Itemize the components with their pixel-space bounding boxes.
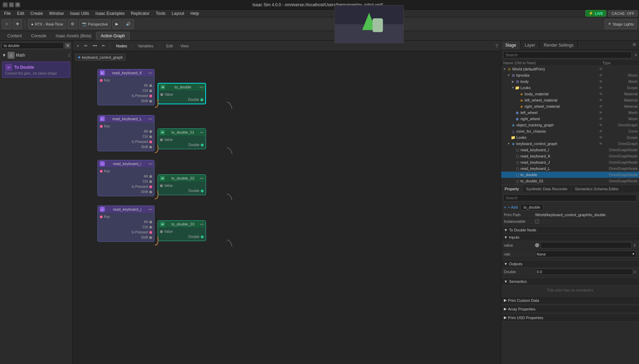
graph-area[interactable]: ◈ keyboard_control_graph K read_keyboard… [73, 51, 501, 364]
node-read-keyboard-j[interactable]: j read_keyboard_j ••• Key Alt Ctrl [97, 205, 154, 242]
ag-view-label[interactable]: View [178, 43, 191, 49]
instanceable-checkbox[interactable] [535, 219, 539, 223]
rp-tab-layer[interactable]: Layer [520, 41, 539, 50]
prop-tab-property[interactable]: Property [501, 185, 523, 193]
node-to-double-01[interactable]: ⇌ to_double_01 ••• Value Double [158, 128, 206, 149]
ag-help-icon[interactable]: ? [495, 43, 498, 49]
tree-row-looks2[interactable]: ▶ 📁 Looks 👁 Scope [501, 134, 639, 141]
search-clear-button[interactable]: ✕ [65, 42, 71, 49]
tree-row-fqnvidia[interactable]: ▼ ⊞ fqnvidia 👁 Xform [501, 72, 639, 78]
rtx-button[interactable]: ● RTX - Real-Time [28, 19, 66, 29]
minimize-button[interactable]: ─ [3, 2, 8, 7]
node-to-double-03[interactable]: ⇌ to_double_03 ••• Value Double [158, 220, 206, 241]
td02-menu[interactable]: ••• [200, 176, 204, 180]
rp-tab-render[interactable]: Render Settings [539, 41, 578, 50]
ag-dots-button[interactable]: ••• [91, 43, 98, 49]
role-dropdown[interactable]: None ▾ [535, 251, 636, 257]
prop-tab-synthetic[interactable]: Synthetic Data Recorder [523, 185, 572, 193]
prop-section-prim-usd[interactable]: ▶ Prim USD Properties [501, 314, 639, 322]
tree-row-left-wheel[interactable]: ▶ ◉ left_wheel 👁 Mesh [501, 109, 639, 116]
tree-row-rkj[interactable]: ▶ ◻ read_keyboard_J OmniGraphNode [501, 159, 639, 165]
double-value[interactable]: 0.0 [535, 269, 633, 275]
node-to-double-02[interactable]: ⇌ to_double_02 ••• Value Double [158, 174, 206, 195]
menu-window[interactable]: Window [46, 10, 67, 17]
ag-tab-nodes[interactable]: Nodes [113, 43, 130, 49]
value-input[interactable] [541, 242, 632, 248]
move-tool[interactable]: ✥ [13, 19, 22, 29]
tree-row-rwheel-mat[interactable]: ▶ ◈ right_wheel_material 👁 Material [501, 103, 639, 109]
node-search-input[interactable] [1, 42, 64, 49]
select-tool[interactable]: ⊹ [2, 19, 11, 29]
math-section-header[interactable]: ▼ ± Math 1 [0, 50, 72, 60]
tree-row-rkk[interactable]: ▶ ◻ read_keyboard_K OmniGraphNode [501, 153, 639, 159]
node-read-keyboard-k[interactable]: K read_keyboard_K ••• Key Alt Ctrl [97, 69, 154, 105]
tree-row-body[interactable]: ▶ ⊞ body 👁 Mesh [501, 78, 639, 85]
tree-row-looks1[interactable]: ▼ 📁 Looks 👁 Scope [501, 85, 639, 91]
tree-row-to-double[interactable]: ▶ ◻ to_double OmniGraphNode [501, 172, 639, 178]
camera-button[interactable]: 📷 Perspective [79, 19, 111, 29]
ag-dots2-button[interactable]: •• [101, 43, 106, 49]
to-double-item[interactable]: ⇌ To Double Convert the give...he same s… [2, 61, 70, 78]
tree-row-kcg[interactable]: ▼ ◈ keyboard_control_graph 👁 OmniGraph [501, 141, 639, 147]
tab-content[interactable]: Content [3, 32, 26, 40]
close-button[interactable]: ✕ [15, 2, 20, 7]
node-to-double[interactable]: ⇌ to_double ••• Value Double [158, 83, 206, 104]
rp-tab-stage[interactable]: Stage [501, 41, 520, 50]
tree-row-to-double-02[interactable]: ▶ ◻ to_double_02 OmniGraphNode [501, 184, 639, 184]
audio-button[interactable]: 🔊 [123, 19, 134, 29]
prop-section-prim-custom[interactable]: ▶ Prim Custom Data [501, 296, 639, 304]
prop-add-row[interactable]: + + Add to_double [501, 203, 639, 212]
stage-filter-icon[interactable]: ⚙ [630, 41, 639, 50]
rtx-settings-button[interactable]: ⚙ [68, 19, 77, 29]
prop-section-inputs[interactable]: ▼ Inputs [501, 234, 639, 241]
stage-tree[interactable]: ▼ ⊕ World (defaultPrim) 👁 ▼ ⊞ fqnvidia 👁… [501, 66, 639, 184]
double-expand-icon[interactable]: ⇕ [633, 270, 636, 274]
ag-pencil-button[interactable]: ✏ [83, 42, 89, 49]
stage-lights-button[interactable]: ☀ Stage Lights [605, 19, 637, 29]
ag-tab-variables[interactable]: Variables [135, 43, 156, 49]
stage-search-input[interactable] [503, 51, 632, 58]
ri-port-shift: Shift [98, 189, 154, 194]
prop-tab-semantics[interactable]: Semantics Schema Editor [571, 185, 622, 193]
rk-menu[interactable]: ••• [148, 71, 152, 75]
tree-row-right-wheel[interactable]: ▶ ◉ right_wheel 👁 Mesh [501, 116, 639, 122]
tree-row-world[interactable]: ▼ ⊕ World (defaultPrim) 👁 [501, 66, 639, 72]
menu-isaac-utils[interactable]: Isaac Utils [67, 10, 92, 17]
stage-filter-button[interactable]: ≡ [635, 52, 637, 57]
ri-menu[interactable]: ••• [148, 162, 152, 166]
maximize-button[interactable]: □ [9, 2, 14, 7]
tree-row-rki[interactable]: ▶ ◻ read_keyboard_I OmniGraphNode [501, 147, 639, 153]
value-expand-icon[interactable]: ⇕ [633, 243, 636, 248]
node-read-keyboard-i[interactable]: i read_keyboard_i ••• Key Alt Ctrl [97, 160, 154, 196]
prop-section-todouble[interactable]: ▼ To Double Node [501, 226, 639, 234]
prop-section-array-props[interactable]: ▶ Array Properties [501, 305, 639, 313]
tree-row-otg[interactable]: ▶ ◈ object_tracking_graph 👁 OmniGraph [501, 122, 639, 128]
perspective-arrow[interactable]: ▶ [112, 19, 121, 29]
menu-isaac-examples[interactable]: Isaac Examples [93, 10, 128, 17]
world-icon: ⊕ [507, 67, 511, 71]
rj-menu[interactable]: ••• [148, 208, 152, 211]
menu-create[interactable]: Create [28, 10, 46, 17]
body-type: Mesh [604, 79, 639, 84]
tree-row-rkl[interactable]: ▶ ◻ read_keyboard_L OmniGraphNode [501, 165, 639, 172]
td-menu[interactable]: ••• [199, 85, 203, 89]
menu-file[interactable]: File [1, 10, 13, 17]
tab-action-graph[interactable]: Action Graph [96, 32, 129, 40]
body-arrow: ▶ [511, 80, 515, 83]
tree-row-to-double-01[interactable]: ▶ ◻ to_double_01 OmniGraphNode [501, 178, 639, 184]
ag-edit-label[interactable]: Edit [163, 43, 176, 49]
tab-isaac-assets[interactable]: Isaac Assets (Beta) [51, 32, 96, 40]
prop-search-input[interactable] [503, 194, 637, 201]
rl-menu[interactable]: ••• [148, 117, 152, 121]
tree-row-body-mat[interactable]: ▶ ◈ body_material 👁 Material [501, 91, 639, 97]
node-read-keyboard-l[interactable]: L read_keyboard_L ••• Key Alt Ctrl [97, 115, 154, 151]
tab-console[interactable]: Console [27, 32, 51, 40]
menu-edit[interactable]: Edit [14, 10, 27, 17]
prop-section-semantics[interactable]: ▼ Semantics [501, 278, 639, 285]
ag-add-button[interactable]: + [75, 43, 81, 49]
prop-section-outputs[interactable]: ▼ Outputs [501, 260, 639, 268]
td03-menu[interactable]: ••• [200, 222, 204, 226]
td01-menu[interactable]: ••• [200, 131, 204, 134]
tree-row-cone[interactable]: ▶ △ cone_for_chassis 👁 Cone [501, 128, 639, 134]
tree-row-lwheel-mat[interactable]: ▶ ◈ left_wheel_material 👁 Material [501, 97, 639, 103]
